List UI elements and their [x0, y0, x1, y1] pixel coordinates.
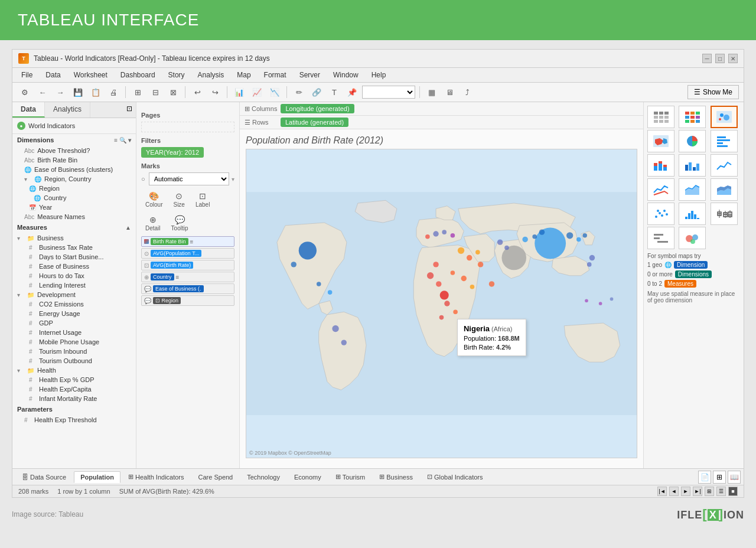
marks-size-btn[interactable]: ⊙ Size [169, 189, 188, 210]
dim-more-icon[interactable]: ▾ [128, 137, 131, 143]
param-health-threshold[interactable]: # Health Exp Threshold [12, 415, 136, 425]
nav-grid-btn[interactable]: ⊞ [705, 487, 714, 496]
sm-stacked-bar-btn[interactable] [647, 154, 674, 177]
sm-gantt-btn[interactable] [647, 227, 674, 249]
new-sheet-btn[interactable]: 📄 [698, 471, 711, 484]
toolbar-chart2-btn[interactable]: 📈 [249, 85, 265, 99]
tab-technology[interactable]: Technology [240, 471, 286, 483]
dim-country[interactable]: 🌐 Country [12, 193, 136, 203]
toolbar-chart3-btn[interactable]: 📉 [267, 85, 282, 99]
filter-year-pill[interactable]: YEAR(Year): 2012 [141, 147, 204, 158]
toolbar-newsave-btn[interactable]: 📋 [88, 85, 103, 99]
toolbar-layout2-btn[interactable]: ⊟ [148, 85, 163, 99]
close-button[interactable]: ✕ [728, 54, 738, 63]
marks-label-btn[interactable]: ⊡ Label [191, 189, 214, 210]
dim-birth-rate-bin[interactable]: Abc Birth Rate Bin [12, 155, 136, 165]
toolbar-layout-btn[interactable]: ⊞ [130, 85, 145, 99]
nav-first-btn[interactable]: |◄ [657, 487, 667, 496]
toolbar-undo-btn[interactable]: ↩ [190, 85, 205, 99]
sm-symbol-map-btn[interactable] [711, 106, 738, 128]
tab-care-spend[interactable]: Care Spend [192, 471, 240, 483]
nigeria-circle[interactable] [440, 291, 449, 299]
meas-lending[interactable]: # Lending Interest [12, 280, 136, 290]
meas-tourism-inbound[interactable]: # Tourism Inbound [12, 347, 136, 356]
sm-dimensions-pill[interactable]: Dimensions [675, 270, 712, 278]
toolbar-print-btn[interactable]: 🖨 [106, 85, 121, 99]
sm-area-chart-btn[interactable] [679, 178, 706, 201]
marks-pill-color[interactable]: Birth Rate Bin ≡ [141, 236, 234, 247]
sm-pie-chart-btn[interactable] [679, 130, 706, 152]
sm-stacked-area-btn[interactable] [711, 178, 738, 201]
toolbar-text-btn[interactable]: T [327, 85, 342, 99]
menu-server[interactable]: Server [296, 70, 323, 80]
usa-circle[interactable] [299, 242, 317, 259]
toolbar-back-btn[interactable]: ← [35, 85, 50, 99]
toolbar-redo-btn[interactable]: ↪ [207, 85, 223, 99]
minimize-button[interactable]: ─ [702, 54, 712, 63]
toolbar-link-btn[interactable]: 🔗 [309, 85, 324, 99]
nav-dark-btn[interactable]: ■ [728, 487, 738, 496]
meas-internet[interactable]: # Internet Usage [12, 328, 136, 337]
toolbar-view-dropdown[interactable] [362, 86, 415, 99]
sm-side-bar-btn[interactable] [679, 154, 706, 177]
toolbar-pin-btn[interactable]: 📌 [344, 85, 360, 99]
marks-pill-label[interactable]: ⊡ AVG(Birth Rate) [141, 260, 234, 270]
marks-tooltip-btn[interactable]: 💬 Tooltip [167, 213, 193, 234]
toolbar-forward-btn[interactable]: → [53, 85, 68, 99]
nav-next-btn[interactable]: ► [681, 487, 690, 496]
meas-gdp[interactable]: # GDP [12, 318, 136, 328]
tab-health-indicators[interactable]: ⊞ Health Indicators [122, 471, 191, 483]
tab-tourism[interactable]: ⊞ Tourism [329, 471, 372, 483]
sm-dual-line-btn[interactable] [647, 178, 674, 201]
tab-analytics[interactable]: Analytics [45, 102, 90, 118]
tab-global-indicators[interactable]: ⊡ Global Indicators [421, 471, 490, 483]
map-area[interactable]: Nigeria (Africa) Population: 168.8M Birt… [246, 149, 637, 458]
new-story-btn[interactable]: 📖 [728, 471, 741, 484]
nav-last-btn[interactable]: ►| [693, 487, 702, 496]
menu-story[interactable]: Story [165, 70, 188, 80]
tab-population[interactable]: Population [74, 471, 120, 483]
toolbar-monitor-btn[interactable]: 🖥 [442, 85, 457, 99]
sm-bubble-btn[interactable] [679, 227, 706, 249]
show-me-button[interactable]: ☰ Show Me [687, 85, 739, 99]
marks-pill-size[interactable]: ⊙ AVG(Population T... [141, 248, 234, 259]
nav-list-btn[interactable]: ☰ [716, 487, 726, 496]
tab-economy[interactable]: Economy [288, 471, 328, 483]
menu-format[interactable]: Format [261, 70, 289, 80]
toolbar-save-btn[interactable]: 💾 [70, 85, 86, 99]
marks-type-dropdown[interactable]: Automatic [149, 172, 229, 185]
marks-pill-tooltip-region[interactable]: 💬 ⊡ Region [141, 295, 234, 306]
meas-group-health[interactable]: ▾ 📁 Health [12, 366, 136, 375]
marks-pill-detail-country[interactable]: ⊕ Country ≡ [141, 272, 234, 282]
toolbar-bars-btn[interactable]: ▦ [424, 85, 439, 99]
marks-pill-tooltip-ease[interactable]: 💬 Ease of Business (. [141, 283, 234, 294]
sm-heat-map-btn[interactable] [679, 106, 706, 128]
dim-region[interactable]: 🌐 Region [12, 184, 136, 193]
toolbar-share-btn[interactable]: ⤴ [460, 85, 475, 99]
sm-measures-pill[interactable]: Measures [664, 280, 696, 288]
sm-histogram-btn[interactable] [679, 203, 706, 225]
dim-region-country[interactable]: ▾ 🌐 Region, Country [12, 174, 136, 184]
toolbar-pen-btn[interactable]: ✏ [291, 85, 307, 99]
dim-ease-business[interactable]: 🌐 Ease of Business (clusters) [12, 165, 136, 174]
meas-energy[interactable]: # Energy Usage [12, 309, 136, 318]
meas-hours-tax[interactable]: # Hours to do Tax [12, 271, 136, 280]
meas-group-development[interactable]: ▾ 📁 Development [12, 290, 136, 299]
meas-health-exp-cap[interactable]: # Health Exp/Capita [12, 384, 136, 394]
tab-data[interactable]: Data [12, 102, 45, 118]
toolbar-layout3-btn[interactable]: ⊠ [165, 85, 181, 99]
meas-scroll-up[interactable]: ▲ [125, 224, 131, 231]
menu-analysis[interactable]: Analysis [195, 70, 227, 80]
dim-above-threshold[interactable]: Abc Above Threshold? [12, 146, 136, 155]
sm-text-table-btn[interactable] [647, 106, 674, 128]
marks-color-btn[interactable]: 🎨 Colour [141, 189, 167, 210]
sm-box-plot-btn[interactable] [711, 203, 738, 225]
menu-worksheet[interactable]: Worksheet [71, 70, 110, 80]
menu-dashboard[interactable]: Dashboard [118, 70, 158, 80]
meas-infant-mortality[interactable]: # Infant Mortality Rate [12, 394, 136, 403]
dim-search-icon[interactable]: 🔍 [119, 137, 126, 143]
toolbar-chart1-btn[interactable]: 📊 [232, 85, 247, 99]
tab-business[interactable]: ⊞ Business [373, 471, 419, 483]
toolbar-settings-btn[interactable]: ⚙ [17, 85, 32, 99]
sm-dimension-pill[interactable]: Dimension [674, 261, 708, 269]
